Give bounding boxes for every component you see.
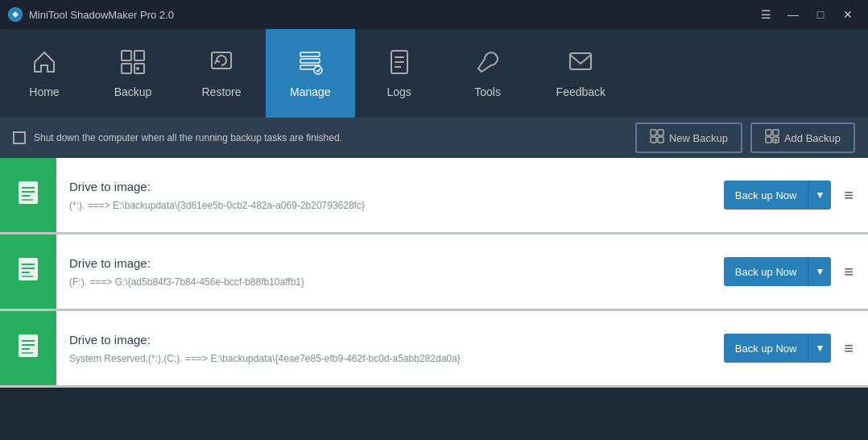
manage-toolbar: Shut down the computer when all the runn…: [0, 118, 868, 158]
backup-menu-button-2[interactable]: ≡: [837, 263, 860, 281]
drive-image-icon-2: [14, 255, 43, 289]
nav-home-label: Home: [29, 85, 59, 98]
svg-rect-14: [570, 53, 591, 69]
backup-menu-button-3[interactable]: ≡: [837, 339, 860, 358]
backup-now-dropdown-1[interactable]: ▼: [808, 181, 831, 210]
nav-backup[interactable]: Backup: [89, 29, 177, 118]
svg-rect-18: [658, 137, 663, 143]
backup-actions-2: Back up Now ▼ ≡: [724, 235, 868, 309]
titlebar-left: MiniTool ShadowMaker Pro 2.0: [8, 7, 174, 22]
nav-feedback[interactable]: Feedback: [532, 29, 630, 118]
svg-rect-20: [773, 130, 779, 135]
backup-path-2: (F:). ===> G:\{ad5b84f3-7b84-456e-bccf-b…: [69, 276, 711, 288]
backup-info-2: Drive to image: (F:). ===> G:\{ad5b84f3-…: [56, 235, 724, 309]
svg-rect-21: [766, 137, 771, 143]
new-backup-label: New Backup: [669, 132, 728, 144]
backup-row-2: Drive to image: (F:). ===> G:\{ad5b84f3-…: [0, 235, 868, 311]
backup-icon-col-3: [0, 311, 56, 385]
svg-rect-1: [122, 51, 131, 60]
nav-restore-label: Restore: [201, 85, 241, 98]
backup-title-2: Drive to image:: [69, 256, 711, 270]
nav-backup-label: Backup: [114, 85, 152, 98]
backup-menu-button-1[interactable]: ≡: [837, 186, 860, 205]
close-button[interactable]: ✕: [836, 5, 860, 24]
backup-icon: [120, 49, 146, 79]
svg-rect-7: [300, 59, 320, 63]
backup-now-dropdown-3[interactable]: ▼: [808, 334, 831, 363]
tools-icon: [475, 49, 501, 79]
backup-path-3: System Reserved,(*:),(C:). ===> E:\backu…: [69, 353, 711, 364]
backup-actions-3: Back up Now ▼ ≡: [724, 311, 868, 385]
feedback-icon: [568, 49, 593, 79]
backup-now-button-3[interactable]: Back up Now: [724, 334, 808, 363]
menu-button[interactable]: ☰: [754, 5, 778, 24]
navigation: Home Backup Restore: [0, 29, 868, 118]
svg-rect-16: [658, 130, 663, 135]
backup-now-dropdown-2[interactable]: ▼: [808, 257, 831, 286]
app-title: MiniTool ShadowMaker Pro 2.0: [29, 9, 174, 21]
svg-rect-3: [122, 64, 131, 73]
backup-row-3: Drive to image: System Reserved,(*:),(C:…: [0, 311, 868, 388]
backup-info-1: Drive to image: (*:). ===> E:\backupdata…: [56, 158, 724, 232]
backup-title-3: Drive to image:: [69, 333, 711, 347]
logs-icon: [386, 49, 412, 79]
nav-feedback-label: Feedback: [556, 85, 606, 98]
nav-logs[interactable]: Logs: [355, 29, 444, 118]
toolbar-right: New Backup Add Backup: [635, 122, 855, 153]
nav-tools-label: Tools: [474, 85, 501, 98]
new-backup-icon: [650, 129, 664, 147]
backup-now-button-1[interactable]: Back up Now: [724, 181, 808, 210]
toolbar-left: Shut down the computer when all the runn…: [13, 131, 342, 144]
add-backup-button[interactable]: Add Backup: [750, 122, 855, 153]
backup-list: Drive to image: (*:). ===> E:\backupdata…: [0, 158, 868, 440]
svg-rect-19: [766, 130, 771, 135]
svg-point-9: [314, 66, 322, 74]
shutdown-label: Shut down the computer when all the runn…: [34, 132, 342, 143]
app-logo: [8, 7, 23, 22]
backup-title-1: Drive to image:: [69, 180, 711, 193]
svg-rect-17: [651, 137, 656, 143]
backup-row-1: Drive to image: (*:). ===> E:\backupdata…: [0, 158, 868, 235]
backup-icon-col-2: [0, 235, 56, 309]
manage-icon: [297, 49, 323, 79]
restore-icon: [209, 49, 234, 79]
home-icon: [31, 49, 57, 79]
add-backup-label: Add Backup: [784, 132, 841, 144]
nav-logs-label: Logs: [386, 85, 411, 98]
new-backup-button[interactable]: New Backup: [635, 122, 742, 153]
minimize-button[interactable]: —: [781, 5, 805, 24]
drive-image-icon-1: [14, 178, 43, 213]
backup-path-1: (*:). ===> E:\backupdata\{3d61ee5b-0cb2-…: [69, 200, 711, 211]
backup-now-button-2[interactable]: Back up Now: [724, 257, 808, 286]
nav-home[interactable]: Home: [0, 29, 89, 118]
drive-image-icon-3: [14, 331, 43, 366]
backup-actions-1: Back up Now ▼ ≡: [724, 158, 868, 232]
backup-info-3: Drive to image: System Reserved,(*:),(C:…: [56, 311, 724, 385]
nav-tools[interactable]: Tools: [444, 29, 532, 118]
svg-rect-15: [651, 130, 656, 135]
nav-restore[interactable]: Restore: [177, 29, 266, 118]
shutdown-checkbox[interactable]: [13, 131, 26, 144]
nav-manage-label: Manage: [290, 85, 331, 98]
svg-rect-6: [300, 52, 320, 56]
svg-rect-2: [134, 51, 144, 60]
nav-manage[interactable]: Manage: [266, 29, 355, 118]
backup-icon-col-1: [0, 158, 56, 232]
titlebar: MiniTool ShadowMaker Pro 2.0 ☰ — □ ✕: [0, 0, 868, 29]
restore-button[interactable]: □: [808, 5, 833, 24]
window-controls: ☰ — □ ✕: [754, 5, 860, 24]
add-backup-icon: [765, 129, 779, 147]
